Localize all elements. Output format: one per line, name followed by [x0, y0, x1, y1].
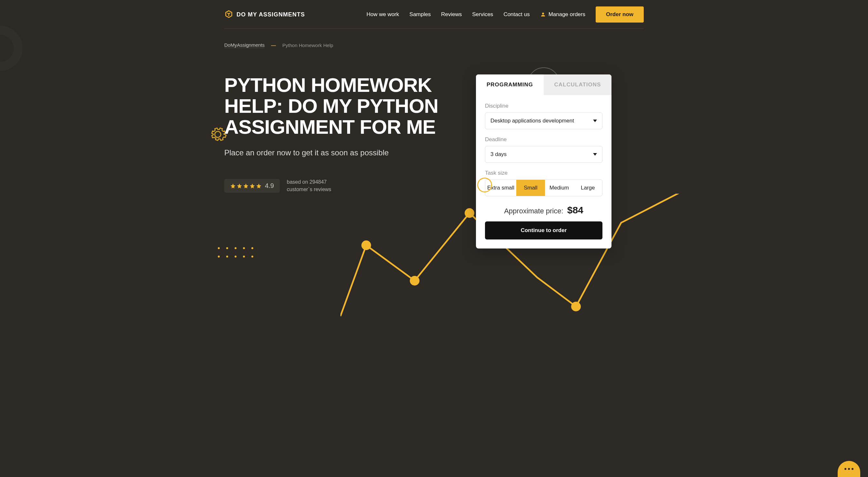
- header-divider: [224, 28, 644, 29]
- star-icon: [256, 183, 262, 189]
- main-nav: How we work Samples Reviews Services Con…: [367, 6, 644, 23]
- calculator-tabs: PROGRAMMING CALCULATIONS: [476, 74, 612, 95]
- caret-down-icon: [593, 120, 597, 122]
- breadcrumb-separator: —: [271, 42, 276, 48]
- logo-text: DO MY ASSIGNMENTS: [237, 11, 305, 18]
- task-size-group: Extra small Small Medium Large: [485, 179, 602, 196]
- page-title: PYTHON HOMEWORK HELP: DO MY PYTHON ASSIG…: [224, 74, 457, 137]
- deadline-select[interactable]: 3 days: [485, 146, 602, 163]
- nav-how-we-work[interactable]: How we work: [367, 11, 399, 18]
- price-row: Approximate price: $84: [485, 205, 602, 216]
- svg-point-3: [571, 302, 581, 311]
- task-size-label: Task size: [485, 170, 602, 176]
- deadline-value: 3 days: [491, 151, 506, 158]
- discipline-label: Discipline: [485, 103, 602, 109]
- discipline-value: Desktop applications development: [491, 117, 574, 124]
- rating-line1: based on 294847: [287, 178, 331, 185]
- breadcrumb-current: Python Homework Help: [282, 42, 333, 48]
- order-calculator-card: PROGRAMMING CALCULATIONS Discipline Desk…: [476, 74, 612, 248]
- nav-reviews[interactable]: Reviews: [441, 11, 462, 18]
- svg-point-1: [410, 276, 420, 285]
- manage-orders-link[interactable]: Manage orders: [540, 11, 585, 18]
- rating-badge: 4.9: [224, 179, 280, 193]
- tab-calculations[interactable]: CALCULATIONS: [544, 74, 612, 95]
- price-label: Approximate price:: [504, 207, 563, 215]
- rating-text: based on 294847 customer`s reviews: [287, 178, 331, 193]
- order-now-button[interactable]: Order now: [596, 6, 644, 23]
- price-value: $84: [567, 205, 583, 215]
- breadcrumb: DoMyAssignments — Python Homework Help: [224, 35, 644, 55]
- caret-down-icon: [593, 153, 597, 156]
- star-icon: [230, 183, 236, 189]
- hero-section: PYTHON HOMEWORK HELP: DO MY PYTHON ASSIG…: [224, 55, 644, 261]
- svg-point-2: [465, 208, 474, 218]
- logo[interactable]: DO MY ASSIGNMENTS: [224, 10, 305, 19]
- star-icon: [243, 183, 249, 189]
- nav-services[interactable]: Services: [472, 11, 493, 18]
- star-icon: [249, 183, 255, 189]
- site-header: DO MY ASSIGNMENTS How we work Samples Re…: [0, 0, 868, 35]
- size-small[interactable]: Small: [516, 180, 545, 196]
- size-medium[interactable]: Medium: [545, 180, 574, 196]
- breadcrumb-home[interactable]: DoMyAssignments: [224, 42, 265, 48]
- tab-programming[interactable]: PROGRAMMING: [476, 74, 544, 95]
- rating-stars: [230, 183, 262, 189]
- rating-row: 4.9 based on 294847 customer`s reviews: [224, 178, 457, 193]
- chat-dots-icon: [844, 468, 854, 470]
- rating-line2: customer`s reviews: [287, 186, 331, 193]
- chat-widget-button[interactable]: [838, 461, 860, 477]
- user-icon: [540, 11, 546, 18]
- size-large[interactable]: Large: [574, 180, 602, 196]
- nav-samples[interactable]: Samples: [409, 11, 431, 18]
- continue-to-order-button[interactable]: Continue to order: [485, 222, 602, 239]
- rating-score: 4.9: [265, 182, 274, 190]
- nav-contact[interactable]: Contact us: [503, 11, 529, 18]
- discipline-select[interactable]: Desktop applications development: [485, 112, 602, 129]
- logo-icon: [224, 10, 233, 19]
- page-subtitle: Place an order now to get it as soon as …: [224, 148, 457, 157]
- decorative-circle-yellow: [477, 178, 492, 193]
- manage-orders-label: Manage orders: [549, 11, 585, 18]
- decorative-dots: [218, 247, 253, 258]
- deadline-label: Deadline: [485, 136, 602, 143]
- star-icon: [237, 183, 242, 189]
